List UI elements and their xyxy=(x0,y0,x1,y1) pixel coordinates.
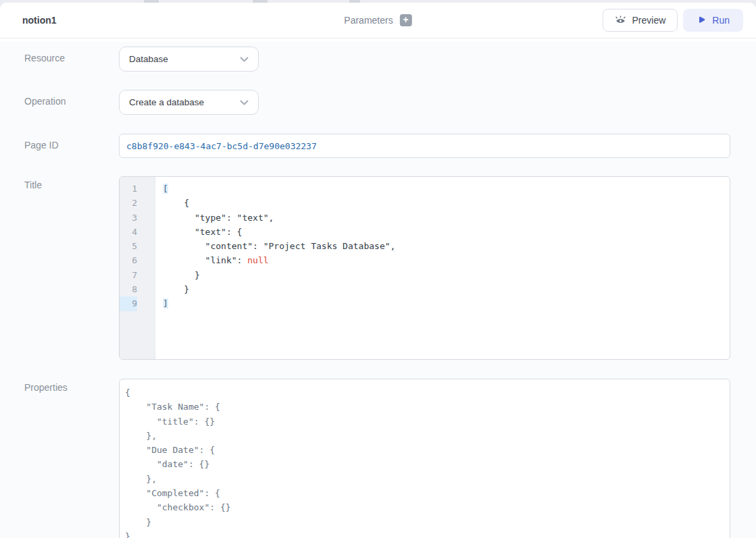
line-number-text: 8 xyxy=(120,282,137,296)
operation-row: Operation Create a database xyxy=(24,90,756,115)
code-line: "type": "text", xyxy=(163,211,730,225)
title-row: Title 123456789 [ { "type": "text", "tex… xyxy=(24,176,756,360)
code-line: ] xyxy=(163,296,730,311)
line-number: 5 xyxy=(120,239,155,253)
title-label: Title xyxy=(24,176,119,360)
code-token: ] xyxy=(163,298,168,308)
header-actions: Preview Run xyxy=(603,9,743,32)
code-token: "link": xyxy=(163,255,247,265)
line-number-text: 9 xyxy=(120,296,137,311)
chevron-down-icon xyxy=(240,57,249,62)
run-button-label: Run xyxy=(712,15,730,26)
node-header: notion1 Parameters + Preview xyxy=(0,3,756,38)
parameters-form: Resource Database Operation Create a dat… xyxy=(0,42,756,538)
code-line: { xyxy=(163,196,730,210)
line-number-text: 6 xyxy=(120,253,137,267)
tab-parameters-label: Parameters xyxy=(344,15,393,26)
resource-select-value: Database xyxy=(129,54,168,64)
operation-select[interactable]: Create a database xyxy=(119,90,259,115)
code-line: "date": {} xyxy=(125,457,730,471)
code-token: { xyxy=(163,198,189,208)
code-token: "text": { xyxy=(163,227,242,237)
line-number-text: 1 xyxy=(120,182,137,196)
properties-code-pane[interactable]: { "Task Name": { "title": {} }, "Due Dat… xyxy=(119,379,730,538)
preview-button[interactable]: Preview xyxy=(603,9,678,32)
code-line: "title": {} xyxy=(125,414,730,429)
line-number-text: 3 xyxy=(120,211,137,225)
code-token: "type": "text", xyxy=(163,213,274,223)
code-line: [ xyxy=(163,182,730,196)
line-number: 4 xyxy=(120,225,155,239)
code-token: } xyxy=(163,270,200,280)
title-gutter: 123456789 xyxy=(120,177,155,359)
page-id-label: Page ID xyxy=(24,134,119,158)
properties-row: Properties { "Task Name": { "title": {} … xyxy=(24,379,756,538)
line-number: 6 xyxy=(120,253,155,267)
line-number-text: 2 xyxy=(120,196,137,210)
code-token: [ xyxy=(163,184,168,194)
chevron-down-icon xyxy=(240,100,249,105)
operation-select-value: Create a database xyxy=(129,97,204,107)
line-number: 8 xyxy=(120,282,155,296)
title-code-editor[interactable]: 123456789 [ { "type": "text", "text": { … xyxy=(119,176,730,360)
run-button[interactable]: Run xyxy=(683,9,743,32)
eye-icon xyxy=(615,15,626,26)
line-number: 3 xyxy=(120,211,155,225)
resource-label: Resource xyxy=(24,47,119,72)
line-number: 1 xyxy=(120,182,155,196)
code-line: "Due Date": { xyxy=(125,443,730,457)
node-name: notion1 xyxy=(22,15,57,26)
resource-row: Resource Database xyxy=(24,47,756,72)
code-line: { xyxy=(125,385,730,400)
node-details-panel: notion1 Parameters + Preview xyxy=(0,3,756,538)
play-icon xyxy=(697,16,706,25)
page-id-input[interactable] xyxy=(119,134,730,158)
page-id-row: Page ID xyxy=(24,134,756,158)
line-number: 9 xyxy=(120,296,155,311)
line-number-text: 5 xyxy=(120,239,137,253)
line-number-text: 7 xyxy=(120,268,137,282)
code-line: "text": { xyxy=(163,225,730,239)
line-number: 2 xyxy=(120,196,155,210)
resource-select[interactable]: Database xyxy=(119,47,259,72)
code-token: null xyxy=(247,255,268,265)
line-number-text: 4 xyxy=(120,225,137,239)
code-line: "checkbox": {} xyxy=(125,500,730,514)
title-code-pane[interactable]: [ { "type": "text", "text": { "content":… xyxy=(155,177,730,359)
code-line: "link": null xyxy=(163,253,730,267)
code-line: "Task Name": { xyxy=(125,400,730,414)
code-line: "content": "Project Tasks Database", xyxy=(163,239,730,253)
line-number: 7 xyxy=(120,268,155,282)
properties-label: Properties xyxy=(24,379,119,538)
code-token: "content": "Project Tasks Database", xyxy=(163,241,395,251)
code-line: } xyxy=(163,282,730,296)
plus-icon[interactable]: + xyxy=(400,14,412,26)
tab-parameters[interactable]: Parameters + xyxy=(344,14,411,26)
code-line: "Completed": { xyxy=(125,486,730,500)
code-line: }, xyxy=(125,472,730,486)
operation-label: Operation xyxy=(24,90,119,115)
code-line: } xyxy=(125,529,730,538)
code-line: }, xyxy=(125,429,730,443)
code-line: } xyxy=(125,515,730,529)
code-token: } xyxy=(163,284,189,294)
code-line: } xyxy=(163,268,730,282)
preview-button-label: Preview xyxy=(632,15,666,26)
